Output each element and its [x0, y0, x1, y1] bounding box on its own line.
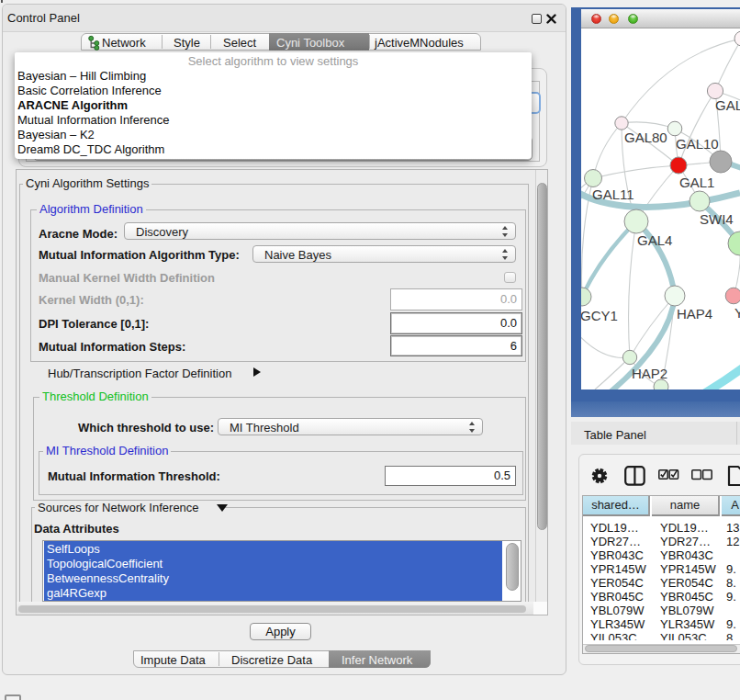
svg-text:GAL1: GAL1 — [679, 175, 714, 190]
svg-text:GAL11: GAL11 — [592, 186, 634, 202]
svg-text:GCY1: GCY1 — [581, 308, 618, 323]
svg-text:GAL4: GAL4 — [637, 232, 672, 248]
svg-text:GAL7: GAL7 — [715, 97, 740, 113]
svg-text:HAP4: HAP4 — [677, 306, 712, 322]
svg-text:GAL10: GAL10 — [676, 136, 719, 152]
svg-text:GAL80: GAL80 — [624, 130, 667, 145]
svg-text:Y: Y — [734, 305, 740, 321]
svg-text:HAP2: HAP2 — [632, 366, 667, 381]
svg-text:SWI4: SWI4 — [700, 211, 734, 227]
